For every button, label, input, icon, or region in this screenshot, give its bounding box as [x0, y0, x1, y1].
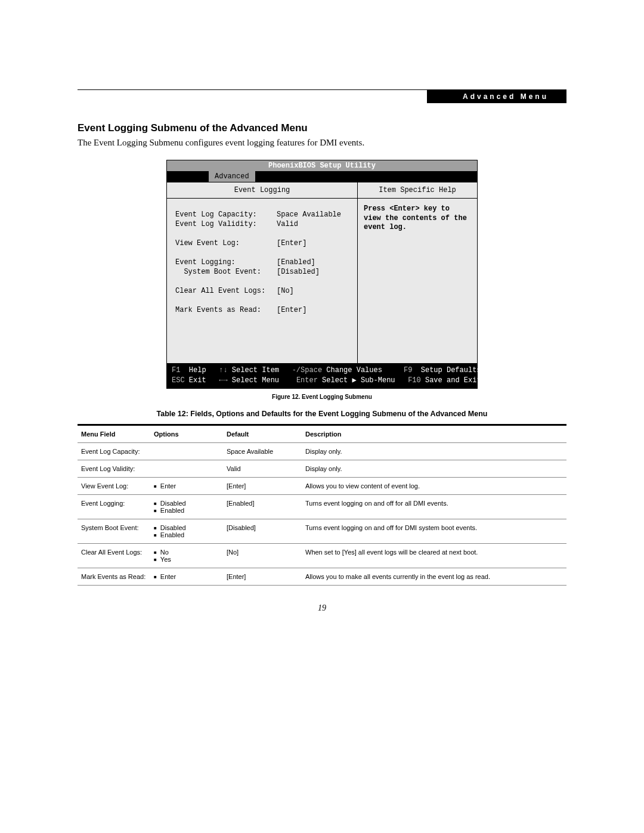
th-menu-field: Menu Field: [78, 425, 150, 443]
bios-setting-row: System Boot Event:[Disabled]: [175, 268, 349, 276]
cell-description: Allows you to view content of event log.: [302, 477, 566, 494]
table-row: View Event Log:Enter[Enter]Allows you to…: [78, 477, 566, 494]
cell-description: Turns event logging on and off for DMI s…: [302, 519, 566, 543]
bios-setting-label: System Boot Event:: [175, 268, 277, 276]
cell-default: Valid: [223, 460, 302, 477]
bios-setting-row: Mark Events as Read:[Enter]: [175, 306, 349, 314]
bios-help-title: Item Specific Help: [358, 182, 477, 199]
bios-help-text: Press <Enter> key to view the contents o…: [364, 205, 471, 233]
bios-setting-row: View Event Log:[Enter]: [175, 239, 349, 247]
table-row: Event Log Validity:ValidDisplay only.: [78, 460, 566, 477]
page-number: 19: [78, 603, 566, 613]
bios-title: PhoenixBIOS Setup Utility: [167, 160, 477, 171]
bios-setting-value: Space Available: [277, 210, 341, 219]
cell-description: When set to [Yes] all event logs will be…: [302, 543, 566, 568]
bios-setting-row: Event Log Validity:Valid: [175, 220, 349, 228]
figure-caption: Figure 12. Event Logging Submenu: [78, 394, 566, 400]
section-title: Event Logging Submenu of the Advanced Me…: [78, 122, 566, 134]
cell-menu-field: Event Log Capacity:: [78, 442, 150, 460]
bios-setting-label: Mark Events as Read:: [175, 306, 277, 314]
cell-menu-field: Clear All Event Logs:: [78, 543, 150, 568]
table-row: System Boot Event:DisabledEnabled[Disabl…: [78, 519, 566, 543]
th-default: Default: [223, 425, 302, 443]
cell-options: DisabledEnabled: [150, 519, 223, 543]
cell-menu-field: System Boot Event:: [78, 519, 150, 543]
cell-menu-field: Mark Events as Read:: [78, 568, 150, 585]
table-caption: Table 12: Fields, Options and Defaults f…: [78, 410, 566, 418]
cell-options: DisabledEnabled: [150, 494, 223, 519]
th-options: Options: [150, 425, 223, 443]
header-banner: Advanced Menu: [427, 90, 566, 103]
bios-setting-label: View Event Log:: [175, 239, 277, 247]
bios-setting-value: [No]: [277, 287, 294, 295]
cell-menu-field: Event Logging:: [78, 494, 150, 519]
cell-description: Display only.: [302, 460, 566, 477]
bios-setting-value: [Enter]: [277, 239, 306, 247]
table-row: Event Logging:DisabledEnabled[Enabled]Tu…: [78, 494, 566, 519]
bios-setting-row: Event Logging:[Enabled]: [175, 258, 349, 267]
bios-footer: F1 Help ↑↓ Select Item -/Space Change Va…: [167, 363, 477, 388]
cell-default: [Enabled]: [223, 494, 302, 519]
bios-setting-label: Clear All Event Logs:: [175, 287, 277, 295]
cell-default: [Enter]: [223, 477, 302, 494]
bios-setting-value: Valid: [277, 220, 298, 228]
table-row: Clear All Event Logs:NoYes[No]When set t…: [78, 543, 566, 568]
bios-setting-label: Event Logging:: [175, 258, 277, 267]
cell-options: NoYes: [150, 543, 223, 568]
bios-submenu-title: Event Logging: [167, 182, 357, 199]
bios-setting-value: [Enabled]: [277, 258, 315, 267]
cell-description: Display only.: [302, 442, 566, 460]
bios-setting-label: Event Log Validity:: [175, 220, 277, 228]
cell-options: [150, 442, 223, 460]
table-row: Mark Events as Read:Enter[Enter]Allows y…: [78, 568, 566, 585]
cell-description: Turns event logging on and off for all D…: [302, 494, 566, 519]
cell-default: [Disabled]: [223, 519, 302, 543]
table-row: Event Log Capacity:Space AvailableDispla…: [78, 442, 566, 460]
cell-menu-field: View Event Log:: [78, 477, 150, 494]
bios-setting-row: Clear All Event Logs:[No]: [175, 287, 349, 295]
bios-setting-row: Event Log Capacity:Space Available: [175, 210, 349, 219]
options-table: Menu Field Options Default Description E…: [78, 425, 566, 586]
cell-menu-field: Event Log Validity:: [78, 460, 150, 477]
cell-default: [Enter]: [223, 568, 302, 585]
cell-options: Enter: [150, 568, 223, 585]
bios-screenshot: PhoenixBIOS Setup Utility Advanced Event…: [166, 160, 478, 389]
cell-options: [150, 460, 223, 477]
cell-default: Space Available: [223, 442, 302, 460]
bios-setting-label: Event Log Capacity:: [175, 210, 277, 219]
th-description: Description: [302, 425, 566, 443]
cell-description: Allows you to make all events currently …: [302, 568, 566, 585]
bios-setting-value: [Disabled]: [277, 268, 320, 276]
bios-tab-advanced: Advanced: [209, 171, 255, 182]
cell-default: [No]: [223, 543, 302, 568]
bios-setting-value: [Enter]: [277, 306, 306, 314]
cell-options: Enter: [150, 477, 223, 494]
section-intro: The Event Logging Submenu configures eve…: [78, 138, 566, 148]
bios-settings-list: Event Log Capacity:Space AvailableEvent …: [167, 199, 357, 363]
